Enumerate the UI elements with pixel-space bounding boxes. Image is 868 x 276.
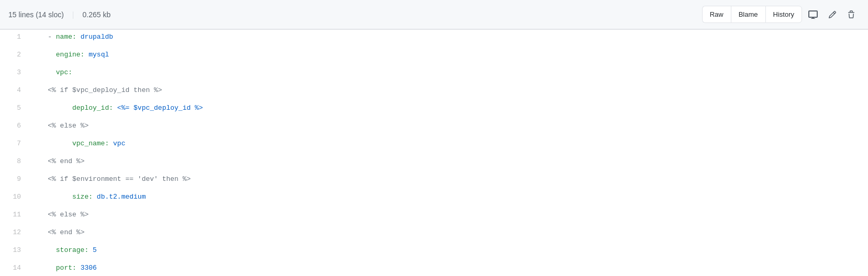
code-line: 6 <% else %> [0,119,868,136]
code-line: 14 port: 3306 [0,261,868,276]
code-line: 7 vpc_name: vpc [0,136,868,154]
file-actions: Raw Blame History [702,6,860,24]
line-number: 1 [0,30,31,45]
trash-icon [847,10,855,19]
blame-button[interactable]: Blame [731,6,765,24]
line-number: 11 [0,208,31,223]
line-content: size: db.t2.medium [31,190,146,205]
code-line: 13 storage: 5 [0,243,868,261]
code-container: 1 - name: drupaldb2 engine: mysql3 vpc:4… [0,29,868,276]
code-line: 11 <% else %> [0,208,868,225]
line-number: 2 [0,48,31,63]
line-content: vpc: [31,65,72,80]
line-number: 10 [0,190,31,205]
line-content: <% else %> [31,208,88,223]
line-content: <% else %> [31,119,88,134]
line-content: storage: 5 [31,243,97,258]
line-number: 7 [0,136,31,152]
code-line: 3 vpc: [0,65,868,83]
line-number: 6 [0,119,31,134]
line-number: 4 [0,83,31,98]
history-button[interactable]: History [765,6,802,24]
code-line: 8 <% end %> [0,154,868,172]
raw-button[interactable]: Raw [702,6,731,24]
lines-count: 15 lines (14 sloc) [8,10,64,19]
file-meta: 15 lines (14 sloc) | 0.265 kb [8,10,110,19]
file-header: 15 lines (14 sloc) | 0.265 kb Raw Blame … [0,0,868,29]
code-area: 1 - name: drupaldb2 engine: mysql3 vpc:4… [0,30,868,276]
file-size: 0.265 kb [82,10,110,19]
line-content: engine: mysql [31,48,109,63]
line-number: 8 [0,154,31,169]
line-number: 13 [0,243,31,258]
line-content: port: 3306 [31,261,97,276]
monitor-icon [808,10,818,19]
code-line: 5 deploy_id: <%= $vpc_deploy_id %> [0,101,868,119]
line-content: vpc_name: vpc [31,136,125,152]
separator: | [72,10,74,19]
line-content: - name: drupaldb [31,30,113,45]
line-number: 14 [0,261,31,276]
code-line: 2 engine: mysql [0,48,868,65]
display-button[interactable] [804,7,822,22]
line-content: deploy_id: <%= $vpc_deploy_id %> [31,101,203,116]
line-number: 3 [0,65,31,80]
code-line: 12 <% end %> [0,225,868,243]
view-buttons: Raw Blame History [702,6,802,24]
line-number: 5 [0,101,31,116]
line-content: <% end %> [31,154,84,169]
code-line: 10 size: db.t2.medium [0,190,868,208]
line-content: <% if $vpc_deploy_id then %> [31,83,162,98]
code-line: 1 - name: drupaldb [0,30,868,48]
code-line: 4 <% if $vpc_deploy_id then %> [0,83,868,101]
line-number: 12 [0,225,31,240]
code-line: 9 <% if $environment == 'dev' then %> [0,172,868,190]
line-content: <% end %> [31,225,84,240]
line-number: 9 [0,172,31,187]
edit-button[interactable] [824,7,841,22]
line-content: <% if $environment == 'dev' then %> [31,172,191,187]
delete-button[interactable] [843,7,860,22]
pencil-icon [828,10,837,19]
